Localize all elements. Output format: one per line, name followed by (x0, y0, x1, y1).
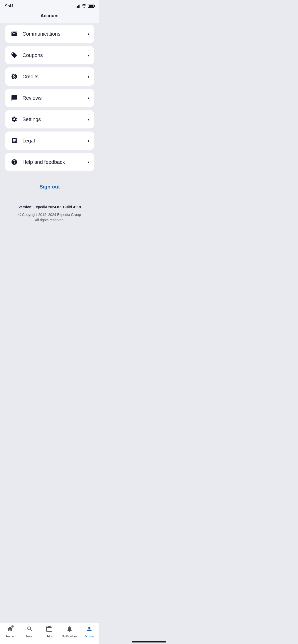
status-bar: 9:41 (0, 0, 99, 11)
help-feedback-chevron: › (88, 159, 89, 165)
menu-item-help-feedback[interactable]: Help and feedback › (5, 153, 94, 171)
dollar-circle-icon (10, 72, 18, 81)
page-title: Account (40, 13, 59, 18)
sign-out-button[interactable]: Sign out (37, 181, 62, 192)
copyright-text: © Copyright 2012–2024 Expedia GroupAll r… (5, 212, 94, 223)
coupons-chevron: › (88, 53, 89, 58)
signal-icon (76, 4, 80, 8)
document-icon (10, 137, 18, 145)
envelope-icon (10, 30, 18, 38)
chat-icon (10, 94, 18, 102)
wifi-icon (82, 4, 86, 8)
page-header: Account (0, 11, 99, 23)
menu-item-legal[interactable]: Legal › (5, 131, 94, 150)
content-area: Communications › Coupons › Credits › (0, 23, 99, 176)
status-time: 9:41 (5, 4, 14, 9)
battery-icon (88, 5, 94, 8)
question-circle-icon (10, 158, 18, 166)
version-section: Version: Expedia 2024.8.1 Build 4119 © C… (0, 197, 99, 228)
credits-label: Credits (22, 74, 38, 80)
coupons-label: Coupons (22, 52, 43, 58)
version-text: Version: Expedia 2024.8.1 Build 4119 (5, 205, 94, 209)
reviews-label: Reviews (22, 95, 42, 101)
credits-chevron: › (88, 74, 89, 79)
menu-item-reviews[interactable]: Reviews › (5, 89, 94, 107)
legal-label: Legal (22, 138, 35, 144)
status-icons (76, 4, 94, 8)
help-feedback-label: Help and feedback (22, 159, 65, 165)
settings-chevron: › (88, 117, 89, 122)
sign-out-section: Sign out (0, 176, 99, 197)
legal-chevron: › (88, 138, 89, 143)
menu-item-settings[interactable]: Settings › (5, 110, 94, 128)
menu-item-communications[interactable]: Communications › (5, 25, 94, 43)
settings-label: Settings (22, 116, 41, 122)
menu-item-coupons[interactable]: Coupons › (5, 46, 94, 64)
communications-label: Communications (22, 31, 60, 37)
tag-icon (10, 51, 18, 59)
menu-item-credits[interactable]: Credits › (5, 67, 94, 86)
svg-point-0 (84, 7, 85, 8)
communications-chevron: › (88, 31, 89, 37)
gear-icon (10, 115, 18, 123)
reviews-chevron: › (88, 95, 89, 101)
